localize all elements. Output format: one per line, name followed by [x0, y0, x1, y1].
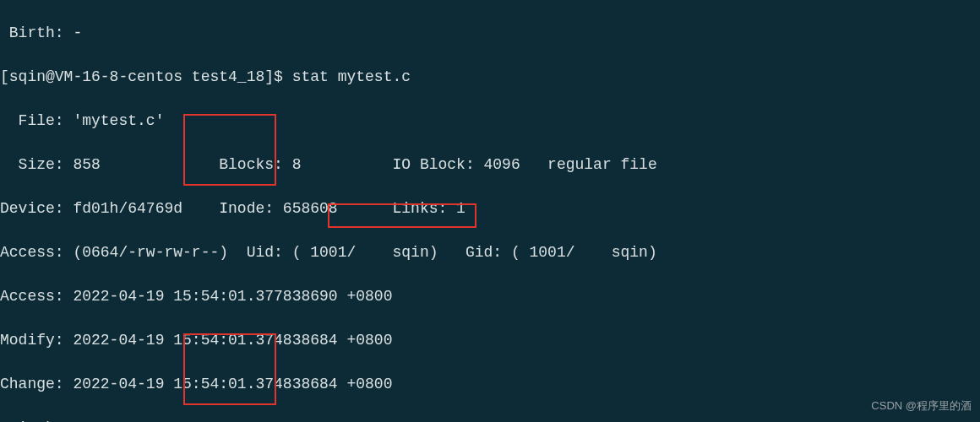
output-line: File: 'mytest.c' [0, 110, 980, 132]
prompt-line: [sqin@VM-16-8-centos test4_18]$ stat myt… [0, 66, 980, 88]
output-line: Birth: - [0, 417, 980, 422]
watermark-text: CSDN @程序里的酒 [871, 395, 972, 417]
output-line: Access: 2022-04-19 15:54:01.377838690 +0… [0, 285, 980, 307]
shell-prompt: [sqin@VM-16-8-centos test4_18]$ [0, 68, 292, 85]
output-line: Change: 2022-04-19 15:54:01.374838684 +0… [0, 373, 980, 395]
output-line: Modify: 2022-04-19 15:54:01.374838684 +0… [0, 329, 980, 351]
output-line: Birth: - [0, 22, 980, 44]
output-line: Device: fd01h/64769d Inode: 658608 Links… [0, 197, 980, 219]
output-line: Size: 858 Blocks: 8 IO Block: 4096 regul… [0, 154, 980, 176]
command-text: stat mytest.c [292, 68, 411, 85]
terminal-output[interactable]: Birth: - [sqin@VM-16-8-centos test4_18]$… [0, 0, 980, 422]
output-line: Access: (0664/-rw-rw-r--) Uid: ( 1001/ s… [0, 241, 980, 263]
